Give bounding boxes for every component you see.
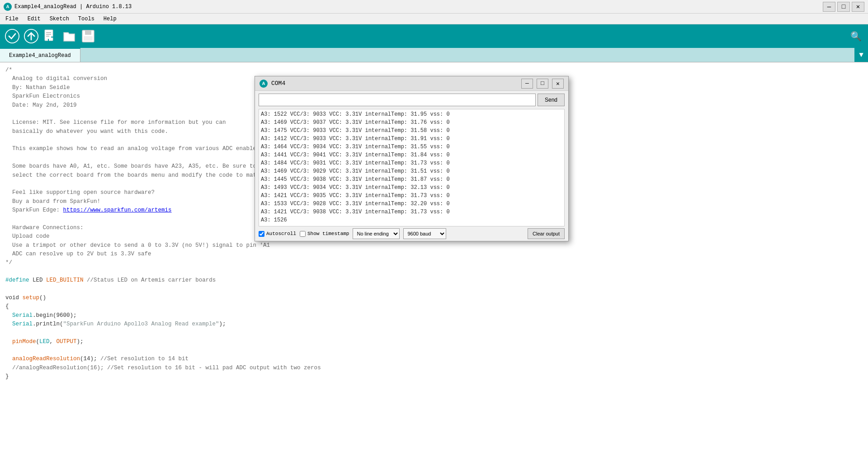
window-title: Example4_analogRead | Arduino 1.8.13 <box>14 4 132 10</box>
serial-output-line: A3: 1484 VCC/3: 9031 VCC: 3.31V internal… <box>261 159 562 167</box>
line-ending-select[interactable]: No line endingNewlineCarriage returnBoth… <box>353 228 400 239</box>
serial-monitor-modal: A COM4 — □ ✕ Send A3: 1418 VCC/3: 9034 V… <box>255 76 569 241</box>
tab-example4[interactable]: Example4_analogRead <box>0 48 80 62</box>
code-line <box>5 285 863 293</box>
upload-button[interactable] <box>23 28 40 45</box>
show-timestamp-group[interactable]: Show timestamp <box>300 231 349 237</box>
menu-item-file[interactable]: File <box>2 15 22 23</box>
show-timestamp-checkbox[interactable] <box>300 231 306 237</box>
svg-rect-8 <box>85 30 91 35</box>
serial-send-button[interactable]: Send <box>538 94 565 106</box>
serial-maximize-button[interactable]: □ <box>537 79 548 89</box>
maximize-button[interactable]: □ <box>837 2 850 12</box>
tab-bar: Example4_analogRead ▼ <box>0 48 868 62</box>
serial-output-line: A3: 1493 VCC/3: 9034 VCC: 3.31V internal… <box>261 184 562 192</box>
tab-label: Example4_analogRead <box>9 52 71 59</box>
serial-output[interactable]: A3: 1418 VCC/3: 9034 VCC: 3.31V internal… <box>259 109 565 226</box>
serial-status-bar: Autoscroll Show timestamp No line ending… <box>255 226 568 241</box>
code-line <box>5 329 863 337</box>
toolbar: 🔍 <box>0 24 868 48</box>
open-button[interactable] <box>61 28 78 45</box>
svg-rect-9 <box>84 36 93 41</box>
code-line <box>5 268 863 276</box>
menu-item-help[interactable]: Help <box>100 15 120 23</box>
serial-send-input[interactable] <box>259 94 536 106</box>
menu-bar: FileEditSketchToolsHelp <box>0 14 868 24</box>
code-line: //analogReadResolution(16); //Set resolu… <box>5 364 863 372</box>
serial-output-line: A3: 1445 VCC/3: 9038 VCC: 3.31V internal… <box>261 175 562 184</box>
code-line: analogReadResolution(14); //Set resoluti… <box>5 355 863 363</box>
serial-output-line: A3: 1412 VCC/3: 9033 VCC: 3.31V internal… <box>261 135 562 143</box>
autoscroll-label: Autoscroll <box>266 231 296 236</box>
serial-output-line: A3: 1469 VCC/3: 9037 VCC: 3.31V internal… <box>261 118 562 127</box>
save-button[interactable] <box>80 28 97 45</box>
minimize-button[interactable]: — <box>823 2 835 12</box>
svg-point-0 <box>5 29 19 43</box>
code-line: */ <box>5 259 863 267</box>
tab-dropdown[interactable]: ▼ <box>854 48 868 62</box>
code-line: #define LED LED_BUILTIN //Status LED on … <box>5 276 863 285</box>
serial-output-line: A3: 1421 VCC/3: 9035 VCC: 3.31V internal… <box>261 192 562 200</box>
menu-item-edit[interactable]: Edit <box>24 15 44 23</box>
show-timestamp-label: Show timestamp <box>307 231 349 236</box>
serial-output-line: A3: 1469 VCC/3: 9029 VCC: 3.31V internal… <box>261 167 562 175</box>
serial-title: COM4 <box>271 80 518 87</box>
code-line: pinMode(LED, OUTPUT); <box>5 338 863 346</box>
serial-minimize-button[interactable]: — <box>521 79 533 89</box>
code-line: /* <box>5 66 863 75</box>
code-line: void setup() <box>5 294 863 302</box>
search-button[interactable]: 🔍 <box>847 28 864 45</box>
serial-output-line: A3: 1464 VCC/3: 9034 VCC: 3.31V internal… <box>261 143 562 151</box>
new-button[interactable] <box>42 28 59 45</box>
serial-send-row: Send <box>255 91 568 109</box>
baud-rate-select[interactable]: 300 baud1200 baud2400 baud4800 baud9600 … <box>403 228 446 239</box>
serial-output-line: A3: 1441 VCC/3: 9041 VCC: 3.31V internal… <box>261 151 562 159</box>
verify-button[interactable] <box>4 28 21 45</box>
code-line: Serial.begin(9600); <box>5 311 863 320</box>
serial-output-line: A3: 1421 VCC/3: 9038 VCC: 3.31V internal… <box>261 208 562 216</box>
close-button[interactable]: ✕ <box>852 2 864 12</box>
code-line: } <box>5 372 863 381</box>
code-line: ADC can resolve up to 2V but is 3.3V saf… <box>5 250 863 259</box>
serial-output-line: A3: 1533 VCC/3: 9028 VCC: 3.31V internal… <box>261 200 562 208</box>
autoscroll-group[interactable]: Autoscroll <box>259 231 296 237</box>
arduino-logo: A <box>4 3 12 11</box>
clear-output-button[interactable]: Clear output <box>528 228 565 239</box>
serial-output-line: A3: 1475 VCC/3: 9033 VCC: 3.31V internal… <box>261 127 562 135</box>
sparkfun-link[interactable]: https://www.sparkfun.com/artemis <box>63 207 172 213</box>
autoscroll-checkbox[interactable] <box>259 231 264 237</box>
menu-item-tools[interactable]: Tools <box>75 15 98 23</box>
title-bar-left: A Example4_analogRead | Arduino 1.8.13 <box>4 3 132 11</box>
code-line: Use a trimpot or other device to send a … <box>5 241 863 250</box>
code-line: { <box>5 302 863 311</box>
serial-output-line: A3: 1522 VCC/3: 9033 VCC: 3.31V internal… <box>261 110 562 118</box>
serial-output-line: A3: 1526 <box>261 216 562 224</box>
title-bar: A Example4_analogRead | Arduino 1.8.13 —… <box>0 0 868 14</box>
serial-logo: A <box>259 80 268 88</box>
serial-title-bar: A COM4 — □ ✕ <box>255 76 568 91</box>
code-line <box>5 346 863 355</box>
menu-item-sketch[interactable]: Sketch <box>46 15 73 23</box>
code-line: Serial.println("SparkFun Arduino Apollo3… <box>5 320 863 329</box>
serial-close-button[interactable]: ✕ <box>552 79 564 89</box>
title-bar-controls: — □ ✕ <box>823 2 864 12</box>
